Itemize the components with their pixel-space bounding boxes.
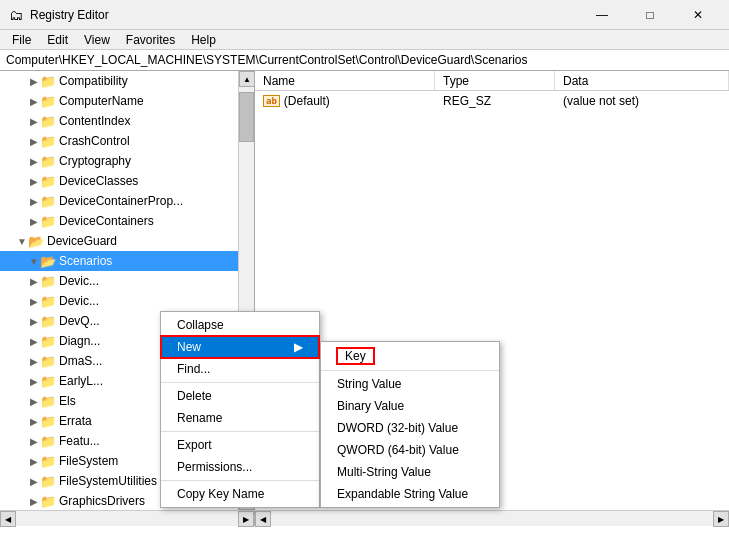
submenu-separator: [321, 370, 499, 371]
tree-label: Devic...: [59, 294, 99, 308]
hscroll-left-button[interactable]: ◀: [0, 511, 16, 527]
window-controls: — □ ✕: [579, 0, 721, 30]
ctx-separator-3: [161, 480, 319, 481]
ctx-separator-2: [161, 431, 319, 432]
hscroll-right-button[interactable]: ▶: [238, 511, 254, 527]
tree-item-devicecontainers[interactable]: ▶ 📁 DeviceContainers: [0, 211, 254, 231]
tree-label: Errata: [59, 414, 92, 428]
val-data: (value not set): [555, 92, 729, 110]
menu-edit[interactable]: Edit: [39, 30, 76, 50]
expand-icon: ▶: [28, 336, 40, 347]
submenu-qword-value[interactable]: QWORD (64-bit) Value: [321, 439, 499, 461]
value-icon: ab: [263, 95, 280, 107]
tree-item-computername[interactable]: ▶ 📁 ComputerName: [0, 91, 254, 111]
tree-label: Scenarios: [59, 254, 112, 268]
folder-icon: 📁: [40, 394, 56, 409]
close-button[interactable]: ✕: [675, 0, 721, 30]
menu-view[interactable]: View: [76, 30, 118, 50]
folder-icon: 📁: [40, 434, 56, 449]
ctx-new-label: New: [177, 340, 201, 354]
address-bar[interactable]: Computer\HKEY_LOCAL_MACHINE\SYSTEM\Curre…: [0, 50, 729, 71]
tree-label: Compatibility: [59, 74, 128, 88]
menu-file[interactable]: File: [4, 30, 39, 50]
window-title: Registry Editor: [30, 8, 579, 22]
expand-icon: ▶: [28, 116, 40, 127]
expand-icon: ▶: [28, 276, 40, 287]
ctx-delete[interactable]: Delete: [161, 385, 319, 407]
tree-label: FileSystem: [59, 454, 118, 468]
expand-icon: ▶: [28, 216, 40, 227]
val-name: ab (Default): [255, 92, 435, 110]
tree-item-deviceguard[interactable]: ▼ 📂 DeviceGuard: [0, 231, 254, 251]
tree-label: GraphicsDrivers: [59, 494, 145, 508]
expand-icon: ▶: [28, 76, 40, 87]
values-row-default[interactable]: ab (Default) REG_SZ (value not set): [255, 91, 729, 111]
folder-icon: 📁: [40, 194, 56, 209]
minimize-button[interactable]: —: [579, 0, 625, 30]
tree-label: DevQ...: [59, 314, 100, 328]
tree-item-devic1[interactable]: ▶ 📁 Devic...: [0, 271, 254, 291]
ctx-copy-key-name[interactable]: Copy Key Name: [161, 483, 319, 505]
tree-label: FileSystemUtilities: [59, 474, 157, 488]
values-hscroll[interactable]: ◀ ▶: [255, 511, 729, 526]
tree-item-devicecontainerprop[interactable]: ▶ 📁 DeviceContainerProp...: [0, 191, 254, 211]
expand-icon: ▶: [28, 356, 40, 367]
submenu-key-label: Key: [337, 348, 374, 364]
folder-icon: 📁: [40, 214, 56, 229]
folder-icon: 📁: [40, 274, 56, 289]
maximize-button[interactable]: □: [627, 0, 673, 30]
expand-icon: ▶: [28, 396, 40, 407]
expand-icon: ▶: [28, 436, 40, 447]
tree-item-deviceclasses[interactable]: ▶ 📁 DeviceClasses: [0, 171, 254, 191]
ctx-permissions[interactable]: Permissions...: [161, 456, 319, 478]
submenu-binary-value[interactable]: Binary Value: [321, 395, 499, 417]
ctx-rename[interactable]: Rename: [161, 407, 319, 429]
ctx-export[interactable]: Export: [161, 434, 319, 456]
submenu-multi-string-value[interactable]: Multi-String Value: [321, 461, 499, 483]
folder-icon: 📂: [40, 254, 56, 269]
tree-item-compatibility[interactable]: ▶ 📁 Compatibility: [0, 71, 254, 91]
tree-label: Featu...: [59, 434, 100, 448]
tree-label: Diagn...: [59, 334, 100, 348]
tree-hscroll[interactable]: ◀ ▶: [0, 511, 255, 526]
context-menu: Collapse New ▶ Find... Delete Rename Exp…: [160, 311, 320, 508]
submenu-dword-value[interactable]: DWORD (32-bit) Value: [321, 417, 499, 439]
menu-help[interactable]: Help: [183, 30, 224, 50]
expand-icon: ▶: [28, 456, 40, 467]
submenu-dword-label: DWORD (32-bit) Value: [337, 421, 458, 435]
folder-icon: 📁: [40, 354, 56, 369]
ctx-new[interactable]: New ▶: [161, 336, 319, 358]
menu-bar: File Edit View Favorites Help: [0, 30, 729, 50]
menu-favorites[interactable]: Favorites: [118, 30, 183, 50]
submenu-key[interactable]: Key: [321, 344, 499, 368]
expand-icon: ▶: [28, 156, 40, 167]
expand-icon: ▶: [28, 376, 40, 387]
tree-label: ComputerName: [59, 94, 144, 108]
folder-icon: 📁: [40, 414, 56, 429]
tree-item-contentindex[interactable]: ▶ 📁 ContentIndex: [0, 111, 254, 131]
hscroll-left-button2[interactable]: ◀: [255, 511, 271, 527]
tree-item-cryptography[interactable]: ▶ 📁 Cryptography: [0, 151, 254, 171]
ctx-find[interactable]: Find...: [161, 358, 319, 380]
tree-label: CrashControl: [59, 134, 130, 148]
folder-icon: 📁: [40, 174, 56, 189]
submenu-multi-label: Multi-String Value: [337, 465, 431, 479]
scrollbar-thumb[interactable]: [239, 92, 254, 142]
folder-icon: 📁: [40, 74, 56, 89]
scroll-up-button[interactable]: ▲: [239, 71, 255, 87]
submenu-expandable-string-value[interactable]: Expandable String Value: [321, 483, 499, 505]
ctx-separator-1: [161, 382, 319, 383]
tree-label: ContentIndex: [59, 114, 130, 128]
hscroll-right-button2[interactable]: ▶: [713, 511, 729, 527]
tree-item-scenarios[interactable]: ▼ 📂 Scenarios: [0, 251, 254, 271]
title-bar: 🗂 Registry Editor — □ ✕: [0, 0, 729, 30]
submenu-string-value[interactable]: String Value: [321, 373, 499, 395]
ctx-collapse[interactable]: Collapse: [161, 314, 319, 336]
tree-item-crashcontrol[interactable]: ▶ 📁 CrashControl: [0, 131, 254, 151]
hscroll-track-tree: [16, 511, 238, 526]
expand-icon: ▶: [28, 476, 40, 487]
hscroll-track-values: [271, 511, 713, 526]
tree-item-devic2[interactable]: ▶ 📁 Devic...: [0, 291, 254, 311]
folder-icon: 📁: [40, 454, 56, 469]
col-header-name: Name: [255, 71, 435, 90]
